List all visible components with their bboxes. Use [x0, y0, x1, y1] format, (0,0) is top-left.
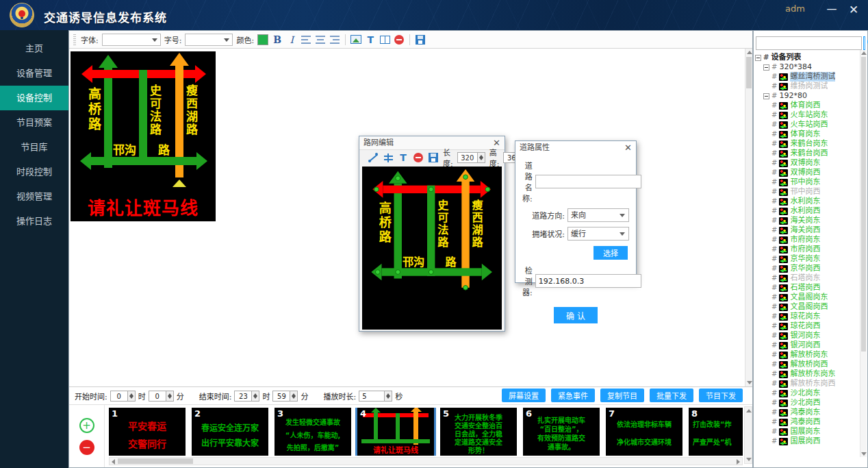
length-input[interactable]: 320: [457, 152, 478, 163]
device-tree-row[interactable]: # 鸿泰岗西: [755, 417, 867, 427]
device-tree-row[interactable]: # 来鹤台岗西: [755, 149, 867, 158]
scroll-down-icon[interactable]: [861, 452, 867, 456]
road-handle[interactable]: [395, 175, 400, 181]
delete-road-button[interactable]: [413, 151, 424, 164]
device-tree-row[interactable]: # 来鹤台岗东: [755, 139, 867, 149]
road-bar-middle[interactable]: [427, 186, 435, 276]
start-hour-input[interactable]: 0: [110, 391, 128, 402]
device-tree-row[interactable]: # 火车站岗西: [755, 120, 867, 130]
action-button[interactable]: 屏幕设置: [502, 389, 546, 402]
device-tree-row[interactable]: # 解放桥东岗东: [755, 369, 867, 379]
sidebar-item[interactable]: 视频管理: [0, 184, 68, 209]
scroll-left-icon[interactable]: [112, 459, 115, 465]
align-center-button[interactable]: [315, 34, 326, 46]
tree-collapse-icon[interactable]: [755, 55, 761, 61]
device-tree-row[interactable]: # 设备列表: [755, 53, 867, 62]
playlist-thumbnail[interactable]: 2 春运安全连万家 出行平安靠大家: [192, 408, 268, 456]
device-tree-row[interactable]: # 银河岗西: [755, 341, 867, 350]
canvas-vertical-scrollbar[interactable]: [745, 49, 752, 386]
end-minute-input[interactable]: 59: [272, 391, 290, 402]
length-stepper[interactable]: [478, 152, 485, 163]
remove-item-button[interactable]: −: [79, 440, 94, 455]
save-button[interactable]: [415, 34, 426, 46]
tree-collapse-icon[interactable]: [763, 64, 769, 71]
action-button[interactable]: 复制节目: [600, 389, 644, 402]
device-tree-row[interactable]: # 体育岗东: [755, 130, 867, 139]
action-button[interactable]: 紧急事件: [551, 389, 595, 402]
playlist-thumbnail[interactable]: 6 扎实开展电动车 “百日整治”， 有效预防道路交 通事故。: [523, 408, 600, 456]
road-handle[interactable]: [463, 175, 468, 180]
sidebar-item[interactable]: 节目预案: [0, 110, 68, 135]
device-tree-row[interactable]: # 双博岗西: [755, 168, 867, 177]
device-tree-row[interactable]: # 维扬岗测试: [755, 82, 867, 91]
playlist-thumbnail[interactable]: 3 发生轻微交通事故 “人未伤，车能动, 先拍照，后撤离”: [275, 408, 351, 456]
device-tree-row[interactable]: # 体育岗西: [755, 101, 867, 110]
add-text-button[interactable]: T: [398, 151, 409, 164]
close-icon[interactable]: ✕: [846, 3, 861, 16]
align-right-button[interactable]: [329, 34, 340, 46]
scroll-right-icon[interactable]: [737, 459, 740, 465]
duration-input[interactable]: 5: [359, 391, 385, 402]
sidebar-item[interactable]: 操作日志: [0, 209, 68, 234]
scrollbar-thumb[interactable]: [118, 458, 193, 464]
road-handle[interactable]: [374, 187, 379, 193]
sidebar-item[interactable]: 设备管理: [0, 61, 68, 86]
device-tree-row[interactable]: # 水利岗东: [755, 197, 867, 206]
search-input[interactable]: [756, 36, 862, 50]
end-hour-stepper[interactable]: [252, 391, 259, 402]
device-tree-row[interactable]: # 320*384: [755, 62, 867, 72]
italic-button[interactable]: I: [286, 34, 297, 46]
device-tree-row[interactable]: # 文昌阁岗西: [755, 302, 867, 312]
scroll-down-icon[interactable]: [746, 458, 752, 461]
device-tree-row[interactable]: # 邗中岗西: [755, 187, 867, 197]
add-item-button[interactable]: +: [79, 418, 94, 433]
device-tree-row[interactable]: # 石塔岗东: [755, 273, 867, 283]
sidebar-item[interactable]: 主页: [0, 36, 68, 61]
thumbnails-vertical-scrollbar[interactable]: [744, 406, 752, 464]
search-button[interactable]: [863, 36, 865, 50]
playlist-thumbnail[interactable]: 5 大力开展秋冬季 交通安全整治百 日会战，全力稳 定道路交通安全 形势！: [440, 408, 517, 456]
device-tree-row[interactable]: # 市府岗东: [755, 235, 867, 245]
start-hour-stepper[interactable]: [128, 391, 136, 402]
scroll-up-icon[interactable]: [747, 51, 752, 54]
select-detector-button[interactable]: 选择: [593, 246, 628, 260]
font-select[interactable]: [102, 34, 161, 46]
color-swatch[interactable]: [257, 34, 268, 45]
close-icon[interactable]: ✕: [624, 141, 632, 155]
device-tree-row[interactable]: # 双博岗东: [755, 158, 867, 168]
tree-vertical-scrollbar[interactable]: [860, 50, 867, 457]
end-minute-stepper[interactable]: [290, 391, 298, 402]
start-minute-stepper[interactable]: [166, 391, 174, 402]
scrollbar-thumb[interactable]: [861, 57, 866, 352]
sign-preview[interactable]: 高桥路 史可法路 瘦西湖路 邗沟 路 请礼让斑马线: [71, 51, 216, 221]
road-handle[interactable]: [485, 187, 491, 193]
screen-frame-button[interactable]: [379, 34, 390, 46]
detector-input[interactable]: [535, 274, 641, 288]
device-tree-row[interactable]: # 解放桥岗东: [755, 350, 867, 360]
save-road-button[interactable]: [428, 151, 439, 164]
device-tree-row[interactable]: # 琼花岗东: [755, 312, 867, 321]
action-button[interactable]: 批量下发: [650, 389, 693, 402]
device-tree-row[interactable]: # 沙北岗东: [755, 389, 867, 398]
device-tree-row[interactable]: # 京华岗东: [755, 254, 867, 264]
device-tree-row[interactable]: # 市府岗西: [755, 245, 867, 254]
playlist-thumbnail[interactable]: 7 依法治理非标车辆 净化城市交通环境: [606, 408, 682, 456]
road-segment-button[interactable]: [383, 151, 394, 164]
congestion-select[interactable]: 缓行: [567, 227, 629, 241]
road-handle[interactable]: [429, 187, 434, 193]
device-tree-row[interactable]: # 海关岗西: [755, 225, 867, 235]
confirm-button[interactable]: 确 认: [554, 307, 598, 323]
road-direction-select[interactable]: 来向: [567, 208, 629, 222]
tree-collapse-icon[interactable]: [763, 93, 769, 99]
device-tree-row[interactable]: # 国展岗西: [755, 436, 867, 446]
device-tree-row[interactable]: # 邗中岗东: [755, 177, 867, 187]
scroll-down-icon[interactable]: [747, 381, 752, 384]
road-handle[interactable]: [375, 269, 381, 275]
device-tree-row[interactable]: # 火车站岗东: [755, 110, 867, 120]
thumbnails-horizontal-scrollbar[interactable]: [109, 457, 743, 465]
device-tree-row[interactable]: # 水利岗西: [755, 206, 867, 216]
duration-stepper[interactable]: [385, 391, 392, 402]
insert-image-button[interactable]: [350, 34, 361, 46]
delete-button[interactable]: [394, 34, 405, 46]
draw-road-button[interactable]: [368, 151, 379, 164]
